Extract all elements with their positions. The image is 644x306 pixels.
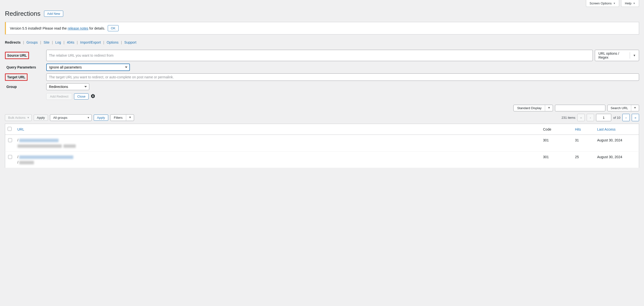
display-mode-label: Standard Display [514,105,545,111]
release-notes-link[interactable]: release notes [68,26,88,30]
next-page-button[interactable]: › [622,114,630,121]
items-count: 231 items [562,116,575,119]
bulk-apply-button[interactable]: Apply [34,115,48,121]
url-cell[interactable]: / [15,135,541,151]
subnav-404s[interactable]: 404s [67,40,74,44]
display-mode-dropdown[interactable]: Standard Display ▼ [514,105,553,111]
subnav: Redirects | Groups | Site | Log | 404s |… [5,40,639,44]
help-label: Help [625,2,632,5]
page-of-text: of 10 [613,116,620,119]
target-url-label: Target URL [5,73,28,81]
filters-label: Filters [110,115,126,121]
last-cell: August 30, 2024 [595,151,639,168]
filters-dropdown[interactable]: Filters ▼ [110,114,134,121]
bulk-actions-label: Bulk Actions [8,116,26,119]
row-checkbox[interactable] [8,155,12,159]
first-page-button: « [577,114,585,121]
url-options-label: URL options / Regex [595,50,630,61]
group-label: Group [5,84,18,90]
prev-page-button: ‹ [587,114,594,121]
url-options-dropdown[interactable]: URL options / Regex ▼ [595,50,639,61]
source-url-label: Source URL [5,52,29,59]
code-cell: 301 [541,151,573,168]
subnav-redirects[interactable]: Redirects [5,40,21,44]
chevron-down-icon: ▼ [633,2,636,5]
chevron-down-icon: ▼ [545,105,553,111]
screen-options-button[interactable]: Screen Options ▼ [586,0,620,7]
notice-text: Version 5.5 installed! Please read the r… [10,26,105,30]
col-hits[interactable]: Hits [573,124,595,135]
subnav-import-export[interactable]: Import/Export [80,40,101,44]
hits-cell: 25 [573,151,595,168]
col-last[interactable]: Last Access [595,124,639,135]
redirects-table: URL Code Hits Last Access / 301 31 Augus… [5,124,639,168]
query-params-label: Query Parameters [5,64,38,70]
row-checkbox[interactable] [8,138,12,142]
col-code: Code [541,124,573,135]
col-url[interactable]: URL [15,124,541,135]
chevron-down-icon: ▼ [630,52,639,59]
subnav-groups[interactable]: Groups [26,40,38,44]
notice-ok-button[interactable]: OK [108,25,119,31]
groups-filter-dropdown[interactable]: All groups ▼ [50,114,92,121]
table-row: / / 301 25 August 30, 2024 [5,151,639,168]
gear-icon[interactable] [90,94,96,99]
subnav-site[interactable]: Site [44,40,50,44]
chevron-down-icon: ▼ [126,115,134,121]
chevron-down-icon: ▼ [631,105,639,111]
subnav-log[interactable]: Log [55,40,61,44]
close-button[interactable]: Close [74,93,88,99]
chevron-down-icon: ▼ [27,116,30,119]
search-input[interactable] [555,105,606,111]
page-input[interactable] [596,114,611,121]
query-params-select[interactable]: Ignore all parameters [46,64,130,71]
hits-cell: 31 [573,135,595,151]
search-url-label: Search URL [608,105,631,111]
page-title: Redirections [5,10,40,18]
add-redirect-button[interactable]: Add Redirect [46,93,72,100]
code-cell: 301 [541,135,573,151]
last-cell: August 30, 2024 [595,135,639,151]
subnav-options[interactable]: Options [106,40,118,44]
table-row: / 301 31 August 30, 2024 [5,135,639,151]
search-url-button[interactable]: Search URL ▼ [607,105,639,111]
groups-filter-label: All groups [53,116,68,119]
url-cell[interactable]: / / [15,151,541,168]
update-notice: Version 5.5 installed! Please read the r… [5,22,639,35]
bulk-actions-dropdown[interactable]: Bulk Actions ▼ [5,114,32,121]
screen-options-label: Screen Options [590,2,612,5]
help-button[interactable]: Help ▼ [621,0,639,7]
chevron-down-icon: ▼ [87,116,90,119]
target-url-input[interactable] [46,73,639,81]
group-select[interactable]: Redirections [46,83,89,90]
chevron-down-icon: ▼ [613,2,616,5]
filter-apply-button[interactable]: Apply [94,115,108,121]
select-all-checkbox[interactable] [8,127,12,131]
source-url-input[interactable] [46,50,593,61]
subnav-support[interactable]: Support [124,40,136,44]
add-new-button[interactable]: Add New [44,11,64,17]
last-page-button[interactable]: » [632,114,639,121]
